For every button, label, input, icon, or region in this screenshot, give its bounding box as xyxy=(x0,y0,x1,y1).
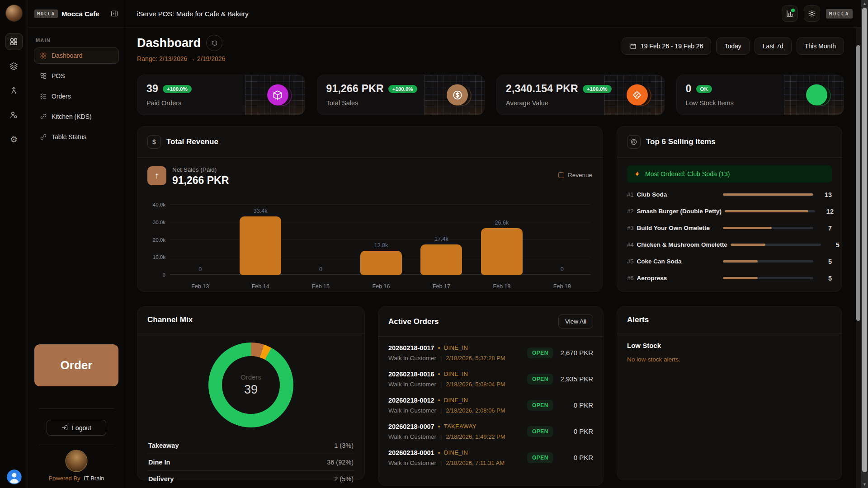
scroll-down-arrow[interactable]: ▼ xyxy=(861,481,868,488)
bar-value-label: 26.6k xyxy=(472,220,532,226)
rail-route-button[interactable] xyxy=(5,82,23,99)
bar-value-label: 13.8k xyxy=(351,242,411,249)
link-icon xyxy=(40,113,47,120)
orders-donut-chart: Orders 39 xyxy=(208,343,293,427)
cafe-logo-avatar[interactable] xyxy=(6,5,22,21)
theme-toggle-button[interactable] xyxy=(804,5,820,22)
order-right: OPEN2,670 PKR xyxy=(527,347,593,358)
top-item-row: #1Club Soda13 xyxy=(627,186,832,203)
order-row[interactable]: 20260218-0012•DINE_INWalk in Customer|2/… xyxy=(388,392,593,418)
sidebar-item-label: POS xyxy=(52,72,65,80)
order-channel: DINE_IN xyxy=(444,449,468,456)
alerts-body: Low Stock No low-stock alerts. xyxy=(617,333,842,371)
sidebar-item-dashboard[interactable]: Dashboard xyxy=(34,47,119,64)
order-line-1: 20260218-0007•TAKEAWAY xyxy=(388,422,505,430)
order-row[interactable]: 20260218-0016•DINE_INWalk in Customer|2/… xyxy=(388,366,593,392)
channel-value: 2 (5%) xyxy=(334,475,354,483)
kpi-value: 0 xyxy=(686,83,692,95)
analytics-button[interactable] xyxy=(782,5,798,22)
top-item-row: #5Coke Can Soda5 xyxy=(627,253,832,270)
refresh-icon xyxy=(211,40,218,47)
layers-icon xyxy=(9,62,18,70)
user-avatar-icon[interactable] xyxy=(6,469,23,485)
rail-settings-button[interactable]: ⚙ xyxy=(5,131,23,148)
bullet-icon: • xyxy=(438,449,440,456)
separator: | xyxy=(440,460,442,466)
order-row[interactable]: 20260218-0001•DINE_INWalk in Customer|2/… xyxy=(388,444,593,470)
date-controls: 19 Feb 26 - 19 Feb 26 TodayLast 7dThis M… xyxy=(622,38,844,55)
rail-layers-button[interactable] xyxy=(5,57,23,75)
order-row[interactable]: 20260218-0007•TAKEAWAYWalk in Customer|2… xyxy=(388,418,593,444)
scroll-up-arrow[interactable]: ▲ xyxy=(861,0,868,7)
quick-filter-today[interactable]: Today xyxy=(716,38,749,55)
order-time: 2/18/2026, 5:08:04 PM xyxy=(446,381,505,388)
item-bar-fill xyxy=(731,244,765,246)
order-info: 20260218-0017•DINE_INWalk in Customer|2/… xyxy=(388,344,505,361)
donut-center-label: Orders xyxy=(241,373,261,381)
bullet-icon: • xyxy=(438,422,440,430)
separator: | xyxy=(440,434,442,440)
kpi-badge: +100.0% xyxy=(388,85,417,93)
item-bar-fill xyxy=(723,277,758,279)
status-dot xyxy=(791,9,795,12)
order-id: 20260218-0012 xyxy=(388,397,434,404)
arrow-up-icon: ↑ xyxy=(147,166,166,185)
logout-button[interactable]: Logout xyxy=(47,420,106,436)
bullet-icon: • xyxy=(438,344,440,352)
kpi-icon-circle xyxy=(806,84,827,106)
content: Dashboard Range: 2/13/2026 → 2/19/2026 1… xyxy=(125,28,868,486)
window-scrollbar[interactable]: ▲ ▼ xyxy=(861,0,868,488)
revenue-bar[interactable] xyxy=(420,244,462,275)
item-count: 12 xyxy=(818,208,834,215)
revenue-legend[interactable]: Revenue xyxy=(558,172,592,178)
rail-users-button[interactable] xyxy=(5,106,23,123)
order-button[interactable]: Order xyxy=(34,344,118,386)
view-all-button[interactable]: View All xyxy=(558,314,593,328)
order-amount: 0 PKR xyxy=(560,454,593,461)
order-right: OPEN0 PKR xyxy=(527,452,593,463)
kpi-row: 39+100.0%Paid Orders91,266 PKR+100.0%Tot… xyxy=(137,75,844,115)
rail-dashboard-button[interactable] xyxy=(5,33,23,50)
sidebar-collapse-icon[interactable] xyxy=(110,9,118,18)
total-revenue-panel: $ Total Revenue ↑ Net Sales (Paid) 91,26… xyxy=(137,126,603,292)
page-header-left: Dashboard Range: 2/13/2026 → 2/19/2026 xyxy=(137,35,225,62)
content-scrollbar-thumb[interactable] xyxy=(856,45,860,321)
sidebar-item-orders[interactable]: Orders xyxy=(34,88,119,104)
sidebar-item-pos[interactable]: POS xyxy=(34,68,119,84)
order-customer: Walk in Customer xyxy=(388,433,436,440)
order-time: 2/18/2026, 7:11:31 AM xyxy=(446,460,505,466)
order-line-2: Walk in Customer|2/18/2026, 7:11:31 AM xyxy=(388,460,505,466)
date-range-button[interactable]: 19 Feb 26 - 19 Feb 26 xyxy=(622,38,712,55)
window-scrollbar-thumb[interactable] xyxy=(862,8,867,472)
x-axis-label: Feb 19 xyxy=(532,283,592,290)
sidebar-item-label: Orders xyxy=(52,93,71,100)
chart-plot-area: 0Feb 1333.4kFeb 140Feb 1513.8kFeb 1617.4… xyxy=(170,197,592,291)
item-bar-fill xyxy=(723,260,758,263)
quick-filter-this-month[interactable]: This Month xyxy=(797,38,844,55)
order-id: 20260218-0007 xyxy=(388,423,434,430)
revenue-bar[interactable] xyxy=(360,251,402,275)
order-amount: 0 PKR xyxy=(560,427,593,435)
content-scrollbar[interactable] xyxy=(856,28,861,488)
top-item-row: #3Build Your Own Omelette7 xyxy=(627,220,832,236)
bottom-row: Channel Mix Orders 39 Takeaway1 (3%)Dine… xyxy=(137,306,844,486)
revenue-bar[interactable] xyxy=(481,228,523,275)
quick-filter-last-7d[interactable]: Last 7d xyxy=(755,38,792,55)
legend-label: Revenue xyxy=(568,172,592,178)
sidebar-item-kitchen-kds-[interactable]: Kitchen (KDS) xyxy=(34,108,119,125)
item-bar-track xyxy=(723,277,813,279)
item-count: 5 xyxy=(824,241,840,249)
list-checks-icon xyxy=(40,93,47,100)
refresh-button[interactable] xyxy=(206,35,222,51)
sidebar-item-table-status[interactable]: Table Status xyxy=(34,129,119,145)
channel-label: Dine In xyxy=(148,459,170,466)
divider xyxy=(39,408,114,409)
item-bar-track xyxy=(723,193,813,196)
order-row[interactable]: 20260218-0017•DINE_INWalk in Customer|2/… xyxy=(388,339,593,366)
revenue-bar[interactable] xyxy=(240,216,281,275)
order-time: 2/18/2026, 1:49:22 PM xyxy=(446,433,505,440)
revenue-body: ↑ Net Sales (Paid) 91,266 PKR Revenue 01… xyxy=(137,158,602,291)
item-name: Chicken & Mushroom Omelette xyxy=(637,241,727,248)
item-rank: #1 xyxy=(627,191,633,198)
top-selling-header: Top 6 Selling Items xyxy=(617,127,842,157)
